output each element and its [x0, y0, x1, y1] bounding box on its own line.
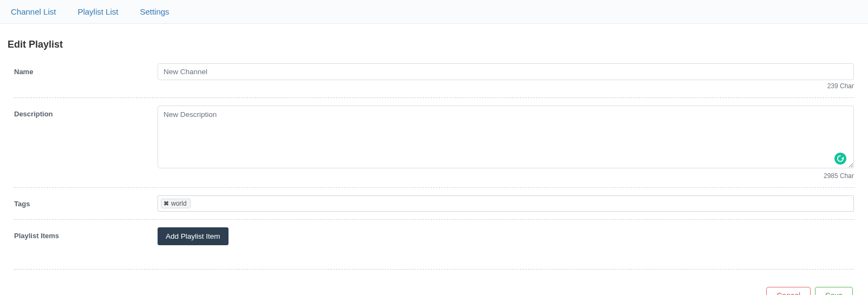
separator — [14, 219, 854, 220]
separator — [14, 187, 854, 188]
label-name: Name — [14, 63, 158, 76]
separator — [14, 97, 854, 98]
top-tabs: Channel List Playlist List Settings — [0, 0, 868, 24]
row-tags: Tags ✖ world — [14, 195, 854, 214]
row-description: Description 2985 Char — [14, 106, 854, 182]
save-button[interactable]: Save — [815, 287, 853, 295]
tag-chip: ✖ world — [161, 199, 191, 208]
tags-input[interactable]: ✖ world — [158, 195, 854, 212]
label-tags: Tags — [14, 195, 158, 208]
separator — [14, 269, 854, 270]
row-playlist-items: Playlist Items Add Playlist Item — [14, 227, 854, 247]
description-input[interactable] — [158, 106, 854, 168]
tab-playlist-list[interactable]: Playlist List — [77, 7, 118, 16]
name-char-count: 239 Char — [158, 82, 854, 90]
add-playlist-item-button[interactable]: Add Playlist Item — [158, 227, 229, 245]
tag-label: world — [171, 200, 187, 207]
name-input[interactable] — [158, 63, 854, 80]
tag-remove-icon[interactable]: ✖ — [164, 200, 169, 207]
row-name: Name 239 Char — [14, 63, 854, 92]
tab-channel-list[interactable]: Channel List — [11, 7, 56, 16]
footer-actions: Cancel Save — [8, 277, 860, 295]
description-char-count: 2985 Char — [158, 172, 854, 180]
label-playlist-items: Playlist Items — [14, 227, 158, 240]
tab-settings[interactable]: Settings — [140, 7, 169, 16]
page-title: Edit Playlist — [8, 39, 860, 50]
cancel-button[interactable]: Cancel — [766, 287, 811, 295]
label-description: Description — [14, 106, 158, 118]
